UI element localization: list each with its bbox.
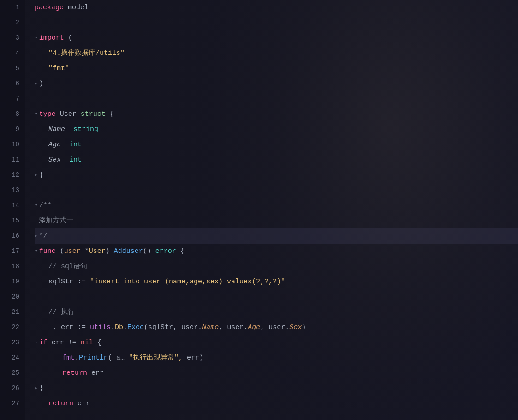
token-2: Println bbox=[79, 350, 108, 366]
token-0[interactable]: ▸ bbox=[35, 168, 38, 183]
line-number: 1 bbox=[0, 0, 19, 15]
token-7: Name bbox=[202, 320, 219, 335]
token-2: User bbox=[56, 107, 77, 122]
line-number: 4 bbox=[0, 46, 19, 61]
token-4: . bbox=[123, 320, 127, 335]
code-editor: 1234567891011121314151617181920212223242… bbox=[0, 0, 518, 420]
code-line: package model bbox=[35, 0, 518, 15]
line-number: 21 bbox=[0, 305, 19, 320]
code-line: ▸} bbox=[35, 168, 518, 183]
line-number: 22 bbox=[0, 320, 19, 335]
code-line: 添加方式一 bbox=[35, 213, 518, 228]
token-6: (sqlStr, user. bbox=[144, 320, 202, 335]
token-1: utils bbox=[90, 320, 111, 335]
token-4: * bbox=[81, 244, 89, 259]
token-0: Name bbox=[48, 122, 65, 137]
token-2: ( bbox=[64, 30, 72, 46]
token-10: , user. bbox=[260, 320, 289, 335]
token-3: user bbox=[64, 244, 81, 259]
token-0[interactable]: ▸ bbox=[35, 76, 38, 91]
line-number: 14 bbox=[0, 198, 19, 213]
code-line: Sex int bbox=[35, 152, 518, 168]
line-number: 15 bbox=[0, 213, 19, 228]
line-number: 27 bbox=[0, 396, 19, 411]
token-10: { bbox=[176, 244, 185, 259]
token-1: } bbox=[39, 168, 43, 183]
editor-container: 1234567891011121314151617181920212223242… bbox=[0, 0, 518, 420]
code-line: ▸) bbox=[35, 76, 518, 91]
code-line bbox=[35, 289, 518, 305]
token-0[interactable]: ▾ bbox=[35, 198, 38, 213]
code-line: Age int bbox=[35, 137, 518, 152]
token-0[interactable]: ▾ bbox=[35, 30, 38, 46]
token-2: err != bbox=[48, 335, 81, 350]
line-number: 17 bbox=[0, 244, 19, 259]
line-number: 23 bbox=[0, 335, 19, 350]
token-8: () bbox=[143, 244, 155, 259]
token-2: ( bbox=[56, 244, 64, 259]
code-line: ▸} bbox=[35, 381, 518, 396]
token-0[interactable]: ▾ bbox=[35, 335, 38, 350]
line-number: 25 bbox=[0, 366, 19, 381]
token-1: int bbox=[61, 137, 82, 152]
code-line: ▾/** bbox=[35, 198, 518, 213]
code-line: Name string bbox=[35, 122, 518, 137]
token-0[interactable]: ▸ bbox=[35, 228, 38, 244]
token-0: return bbox=[48, 396, 73, 411]
code-line: return err bbox=[35, 396, 518, 411]
token-12: ) bbox=[302, 320, 306, 335]
line-number: 19 bbox=[0, 274, 19, 289]
code-line: ▸*/ bbox=[35, 228, 518, 244]
token-4: { bbox=[93, 335, 101, 350]
token-0: fmt bbox=[62, 350, 75, 366]
token-3: Db bbox=[115, 320, 123, 335]
token-0[interactable]: ▾ bbox=[35, 107, 38, 122]
token-1: model bbox=[64, 0, 89, 15]
token-0[interactable]: ▸ bbox=[35, 381, 38, 396]
line-numbers: 1234567891011121314151617181920212223242… bbox=[0, 0, 25, 420]
token-1: */ bbox=[39, 228, 48, 244]
code-line: "4.操作数据库/utils" bbox=[35, 46, 518, 61]
line-number: 13 bbox=[0, 183, 19, 198]
token-1: type bbox=[39, 107, 56, 122]
code-line: ▾if err != nil { bbox=[35, 335, 518, 350]
line-number: 8 bbox=[0, 107, 19, 122]
token-1: ) bbox=[39, 76, 43, 91]
token-11: Sex bbox=[289, 320, 302, 335]
token-6: err) bbox=[183, 350, 203, 366]
code-line: // sql语句 bbox=[35, 259, 518, 274]
token-0[interactable]: ▾ bbox=[35, 244, 38, 259]
token-0: return bbox=[62, 366, 87, 381]
line-number: 26 bbox=[0, 381, 19, 396]
token-1: string bbox=[65, 122, 98, 137]
line-number: 5 bbox=[0, 61, 19, 76]
token-4: a… bbox=[116, 350, 125, 366]
token-1: import bbox=[39, 30, 64, 46]
token-1: } bbox=[39, 381, 43, 396]
token-5: "执行出现异常", bbox=[125, 350, 183, 366]
line-number: 24 bbox=[0, 350, 19, 366]
code-line: fmt.Println( a… "执行出现异常", err) bbox=[35, 350, 518, 366]
token-0: // sql语句 bbox=[48, 259, 87, 274]
code-line: ▾func (user *User) Adduser() error { bbox=[35, 244, 518, 259]
line-number: 18 bbox=[0, 259, 19, 274]
token-0: package bbox=[35, 0, 64, 15]
code-line: // 执行 bbox=[35, 305, 518, 320]
token-5: User bbox=[89, 244, 106, 259]
token-9: error bbox=[155, 244, 176, 259]
token-1: err bbox=[87, 366, 104, 381]
token-8: , user. bbox=[219, 320, 248, 335]
token-3: ( bbox=[108, 350, 116, 366]
token-0: sqlStr := bbox=[48, 274, 90, 289]
token-7: Adduser bbox=[110, 244, 143, 259]
line-number: 12 bbox=[0, 168, 19, 183]
token-0: "4.操作数据库/utils" bbox=[48, 46, 125, 61]
line-number: 11 bbox=[0, 152, 19, 168]
line-number: 3 bbox=[0, 30, 19, 46]
token-1: if bbox=[39, 335, 48, 350]
token-0: 添加方式一 bbox=[35, 213, 73, 228]
token-0: "fmt" bbox=[48, 61, 69, 76]
code-line: return err bbox=[35, 366, 518, 381]
code-line bbox=[35, 183, 518, 198]
line-number: 9 bbox=[0, 122, 19, 137]
